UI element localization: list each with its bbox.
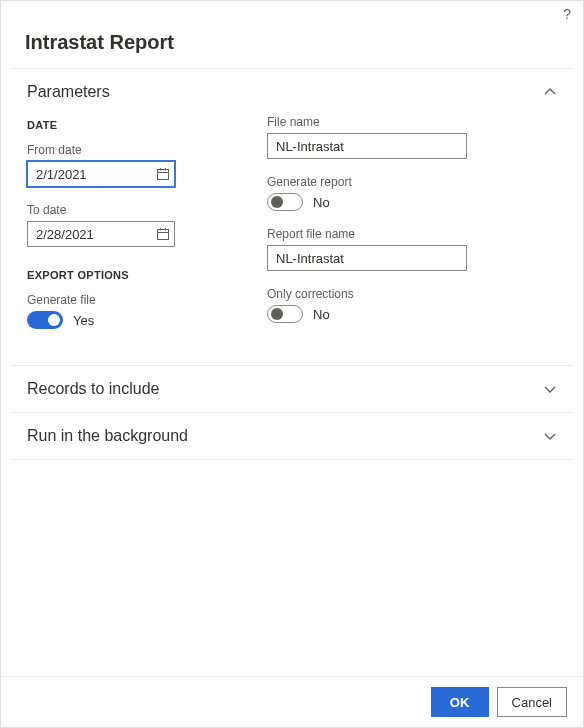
help-row: ? xyxy=(1,1,583,27)
from-date-input[interactable] xyxy=(27,161,175,187)
only-corrections-value: No xyxy=(313,307,330,322)
generate-file-label: Generate file xyxy=(27,293,207,307)
section-records-header[interactable]: Records to include xyxy=(11,366,573,412)
chevron-down-icon xyxy=(543,429,557,443)
from-date-field: From date xyxy=(27,143,207,187)
generate-report-toggle[interactable] xyxy=(267,193,303,211)
from-date-wrapper xyxy=(27,161,175,187)
section-background-header[interactable]: Run in the background xyxy=(11,413,573,459)
only-corrections-toggle-row: No xyxy=(267,305,467,323)
section-background: Run in the background xyxy=(11,412,573,460)
svg-rect-0 xyxy=(158,170,169,180)
generate-file-field: Generate file Yes xyxy=(27,293,207,329)
to-date-wrapper xyxy=(27,221,175,247)
only-corrections-field: Only corrections No xyxy=(267,287,467,323)
to-date-input[interactable] xyxy=(27,221,175,247)
dialog-title: Intrastat Report xyxy=(1,27,583,68)
ok-button[interactable]: OK xyxy=(431,687,489,717)
chevron-up-icon xyxy=(543,85,557,99)
export-group-heading: EXPORT OPTIONS xyxy=(27,269,207,281)
file-name-wrapper xyxy=(267,133,467,159)
report-file-name-label: Report file name xyxy=(267,227,467,241)
calendar-icon[interactable] xyxy=(156,227,170,241)
file-name-field: File name xyxy=(267,115,467,159)
only-corrections-toggle[interactable] xyxy=(267,305,303,323)
report-file-name-input[interactable] xyxy=(267,245,467,271)
section-records: Records to include xyxy=(11,365,573,412)
section-parameters-header[interactable]: Parameters xyxy=(11,69,573,115)
calendar-icon[interactable] xyxy=(156,167,170,181)
dialog-footer: OK Cancel xyxy=(1,676,583,727)
generate-file-toggle[interactable] xyxy=(27,311,63,329)
to-date-field: To date xyxy=(27,203,207,247)
chevron-down-icon xyxy=(543,382,557,396)
generate-file-value: Yes xyxy=(73,313,94,328)
cancel-button[interactable]: Cancel xyxy=(497,687,567,717)
to-date-label: To date xyxy=(27,203,207,217)
generate-report-toggle-row: No xyxy=(267,193,467,211)
date-group-heading: DATE xyxy=(27,119,207,131)
generate-report-label: Generate report xyxy=(267,175,467,189)
file-name-input[interactable] xyxy=(267,133,467,159)
generate-report-field: Generate report No xyxy=(267,175,467,211)
from-date-label: From date xyxy=(27,143,207,157)
toggle-knob xyxy=(48,314,60,326)
generate-report-value: No xyxy=(313,195,330,210)
file-name-label: File name xyxy=(267,115,467,129)
left-column: DATE From date xyxy=(27,115,207,345)
report-file-name-field: Report file name xyxy=(267,227,467,271)
section-records-title: Records to include xyxy=(27,380,160,398)
generate-file-toggle-row: Yes xyxy=(27,311,207,329)
help-icon[interactable]: ? xyxy=(563,6,571,22)
only-corrections-label: Only corrections xyxy=(267,287,467,301)
toggle-knob xyxy=(271,308,283,320)
dialog-pane: ? Intrastat Report Parameters DATE From … xyxy=(0,0,584,728)
section-background-title: Run in the background xyxy=(27,427,188,445)
section-parameters-title: Parameters xyxy=(27,83,110,101)
svg-rect-4 xyxy=(158,230,169,240)
dialog-content: Parameters DATE From date xyxy=(1,68,583,676)
section-parameters-body: DATE From date xyxy=(11,115,573,365)
right-column: File name Generate report No xyxy=(267,115,467,345)
report-file-name-wrapper xyxy=(267,245,467,271)
toggle-knob xyxy=(271,196,283,208)
section-parameters: Parameters DATE From date xyxy=(11,68,573,365)
